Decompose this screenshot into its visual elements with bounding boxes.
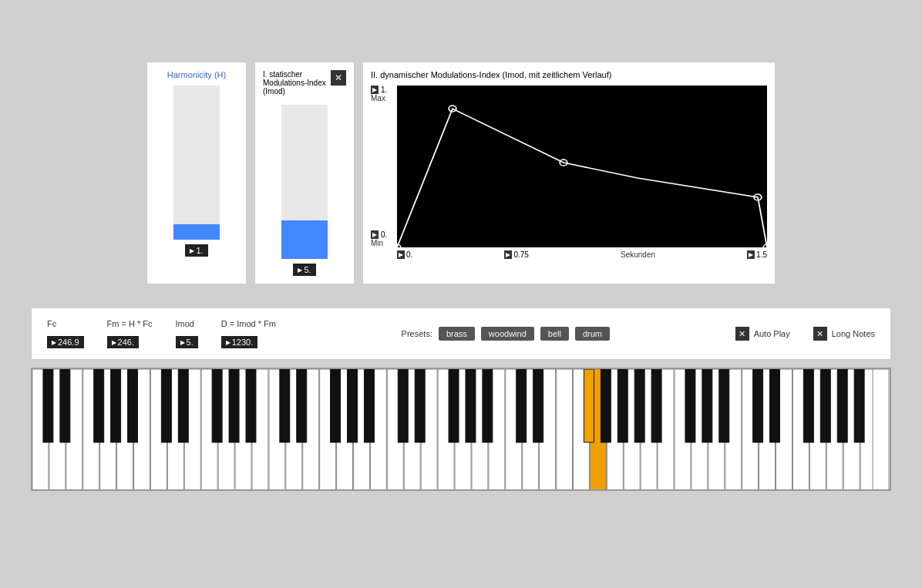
svg-rect-71 bbox=[364, 369, 374, 442]
d-label: D = Imod * Fm bbox=[221, 319, 276, 328]
svg-rect-58 bbox=[60, 369, 70, 442]
svg-rect-61 bbox=[128, 369, 138, 442]
x-label-075[interactable]: ▶ 0.75 bbox=[504, 250, 528, 259]
piano-section[interactable]: .wk { fill: white; stroke: #888; stroke-… bbox=[31, 368, 891, 491]
preset-bell-button[interactable]: bell bbox=[540, 327, 569, 341]
imod-group: Imod 5. bbox=[176, 319, 198, 348]
preset-woodwind-button[interactable]: woodwind bbox=[481, 327, 534, 341]
presets-label: Presets: bbox=[402, 329, 432, 338]
autoplay-label: Auto Play bbox=[754, 329, 790, 338]
svg-rect-62 bbox=[161, 369, 171, 442]
harmonicity-panel: Harmonicity (H) 1. bbox=[146, 62, 247, 284]
autoplay-checkbox[interactable]: ✕ bbox=[735, 327, 749, 341]
d-value[interactable]: 1230. bbox=[221, 336, 258, 348]
svg-rect-36 bbox=[557, 369, 573, 491]
dyn-graph-wrapper: ▶ 1. Max ▶ 0. Min bbox=[371, 86, 767, 247]
svg-rect-81 bbox=[617, 369, 628, 442]
imod-dynamic-panel: II. dynamischer Modulations-Index (Imod,… bbox=[362, 62, 776, 284]
svg-rect-83 bbox=[651, 369, 661, 442]
y-max-value[interactable]: 1. bbox=[381, 86, 387, 94]
preset-brass-button[interactable]: brass bbox=[439, 327, 475, 341]
svg-rect-76 bbox=[483, 369, 493, 442]
y-max-label: Max bbox=[371, 94, 385, 102]
svg-rect-90 bbox=[820, 369, 830, 442]
imod-value[interactable]: 5. bbox=[176, 336, 198, 348]
x-label-15[interactable]: ▶ 1.5 bbox=[747, 250, 767, 259]
svg-rect-85 bbox=[702, 369, 712, 442]
preset-drum-button[interactable]: drum bbox=[575, 327, 610, 341]
svg-rect-88 bbox=[770, 369, 780, 442]
imod-dynamic-title: II. dynamischer Modulations-Index (Imod,… bbox=[371, 70, 767, 79]
harmonicity-bar-container bbox=[173, 86, 220, 240]
svg-rect-73 bbox=[415, 369, 425, 442]
svg-rect-64 bbox=[212, 369, 222, 442]
fc-label: Fc bbox=[47, 319, 56, 328]
svg-rect-65 bbox=[229, 369, 239, 442]
svg-rect-80 bbox=[601, 369, 611, 442]
presets-group: Presets: brass woodwind bell drum bbox=[402, 327, 610, 341]
fc-group: Fc 246.9 bbox=[47, 319, 84, 348]
x-0-value: 0. bbox=[406, 250, 412, 259]
longnotes-checkbox[interactable]: ✕ bbox=[813, 327, 827, 341]
imod-static-title: I. statischer Modulations-Index (Imod) bbox=[263, 70, 331, 96]
svg-rect-55 bbox=[873, 369, 889, 491]
harmonicity-title: Harmonicity (H) bbox=[167, 70, 226, 79]
piano-svg: .wk { fill: white; stroke: #888; stroke-… bbox=[32, 369, 890, 491]
imod-static-value[interactable]: 5. bbox=[293, 264, 315, 276]
y-min-label: Min bbox=[371, 239, 383, 247]
imod-close-button[interactable]: ✕ bbox=[331, 70, 346, 86]
harmonicity-value[interactable]: 1. bbox=[185, 244, 207, 257]
x-unit-label: Sekunden bbox=[621, 250, 655, 259]
svg-rect-86 bbox=[719, 369, 729, 442]
svg-rect-87 bbox=[753, 369, 763, 442]
imod-static-panel: I. statischer Modulations-Index (Imod) ✕… bbox=[254, 62, 355, 284]
longnotes-group: ✕ Long Notes bbox=[813, 327, 875, 341]
imod-label: Imod bbox=[176, 319, 194, 328]
svg-rect-72 bbox=[398, 369, 408, 442]
svg-rect-84 bbox=[685, 369, 695, 442]
svg-rect-79 bbox=[584, 369, 594, 442]
controls-section: Fc 246.9 Fm = H * Fc 246. Imod 5. D = Im… bbox=[31, 307, 891, 360]
top-section: Harmonicity (H) 1. I. statischer Modulat… bbox=[0, 0, 922, 300]
dyn-x-axis: ▶ 0. ▶ 0.75 Sekunden ▶ 1.5 bbox=[397, 250, 767, 259]
imod-static-bar bbox=[281, 220, 328, 259]
fc-value[interactable]: 246.9 bbox=[47, 336, 84, 348]
svg-rect-59 bbox=[94, 369, 104, 442]
svg-rect-60 bbox=[111, 369, 121, 442]
dyn-y-axis: ▶ 1. Max ▶ 0. Min bbox=[371, 86, 394, 247]
imod-static-bar-container bbox=[281, 105, 328, 259]
svg-rect-92 bbox=[854, 369, 864, 442]
x-075-value: 0.75 bbox=[513, 250, 528, 259]
svg-rect-89 bbox=[803, 369, 813, 442]
svg-rect-67 bbox=[280, 369, 290, 442]
x-label-0[interactable]: ▶ 0. bbox=[397, 250, 412, 259]
longnotes-label: Long Notes bbox=[832, 329, 875, 338]
svg-rect-69 bbox=[331, 369, 341, 442]
dyn-graph-area[interactable] bbox=[397, 86, 767, 247]
svg-rect-57 bbox=[43, 369, 53, 442]
svg-rect-91 bbox=[837, 369, 847, 442]
svg-rect-68 bbox=[297, 369, 307, 442]
harmonicity-bar bbox=[173, 224, 220, 240]
svg-rect-66 bbox=[246, 369, 256, 442]
svg-rect-82 bbox=[634, 369, 644, 442]
fm-group: Fm = H * Fc 246. bbox=[107, 319, 153, 348]
svg-rect-63 bbox=[178, 369, 188, 442]
svg-rect-70 bbox=[348, 369, 358, 442]
svg-rect-75 bbox=[466, 369, 476, 442]
fm-label: Fm = H * Fc bbox=[107, 319, 153, 328]
y-min-value[interactable]: 0. bbox=[381, 230, 387, 239]
x-15-value: 1.5 bbox=[756, 250, 767, 259]
svg-rect-78 bbox=[533, 369, 543, 442]
svg-rect-74 bbox=[449, 369, 459, 442]
svg-rect-77 bbox=[517, 369, 527, 442]
d-group: D = Imod * Fm 1230. bbox=[221, 319, 276, 348]
autoplay-group: ✕ Auto Play bbox=[735, 327, 790, 341]
fm-value[interactable]: 246. bbox=[107, 336, 139, 348]
